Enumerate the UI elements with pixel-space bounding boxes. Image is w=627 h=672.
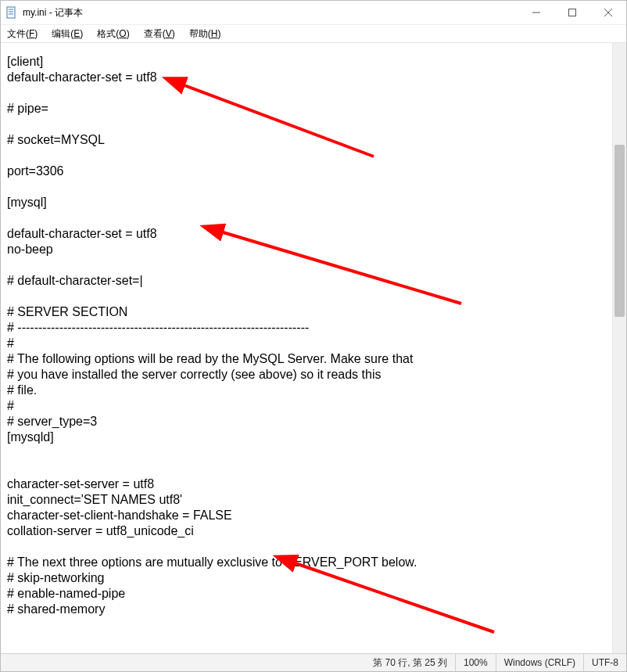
menu-edit[interactable]: 编辑(E) (48, 27, 86, 41)
status-encoding: UTF-8 (583, 654, 626, 671)
maximize-button[interactable] (554, 1, 590, 24)
status-line-ending: Windows (CRLF) (496, 654, 583, 671)
menu-help[interactable]: 帮助(H) (186, 27, 224, 41)
menu-format[interactable]: 格式(O) (94, 27, 132, 41)
svg-rect-5 (569, 9, 576, 16)
status-position: 第 70 行, 第 25 列 (365, 654, 455, 671)
scrollbar-thumb[interactable] (614, 145, 625, 317)
menu-file[interactable]: 文件(F) (4, 27, 41, 41)
menubar: 文件(F) 编辑(E) 格式(O) 查看(V) 帮助(H) (1, 25, 626, 43)
vertical-scrollbar[interactable] (612, 43, 626, 653)
titlebar: my.ini - 记事本 (1, 1, 626, 25)
editor-area: [client] default-character-set = utf8 # … (1, 43, 626, 653)
close-button[interactable] (590, 1, 626, 24)
svg-rect-0 (7, 7, 15, 18)
window-title: my.ini - 记事本 (23, 6, 83, 20)
menu-view[interactable]: 查看(V) (141, 27, 178, 41)
minimize-button[interactable] (518, 1, 554, 24)
statusbar: 第 70 行, 第 25 列 100% Windows (CRLF) UTF-8 (1, 653, 626, 671)
status-zoom: 100% (455, 654, 496, 671)
app-icon (5, 6, 18, 19)
notepad-window: my.ini - 记事本 文件(F) 编辑(E) 格式(O) 查看(V) 帮助(… (0, 0, 627, 672)
text-editor[interactable]: [client] default-character-set = utf8 # … (1, 43, 612, 653)
